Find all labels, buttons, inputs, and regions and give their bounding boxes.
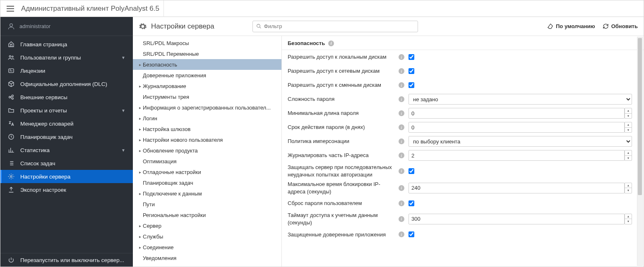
chevron-down-icon: ▼ [121,55,125,60]
sidebar-item-8[interactable]: Статистика▼ [0,143,133,157]
tree-item-7[interactable]: ▸Логин [133,113,281,124]
sidebar-item-4[interactable]: Внешние сервисы [0,91,133,104]
tree-item-12[interactable]: ▸Отладочные настройки [133,167,281,177]
tree-item-6[interactable]: ▸Информация о зарегистрированных пользов… [133,102,281,113]
sidebar-item-1[interactable]: Пользователи и группы▼ [0,51,133,64]
scrollbar-thumb[interactable] [638,38,642,195]
select-6[interactable]: по выбору клиента [409,136,632,147]
spinner-down[interactable]: ▼ [625,114,632,119]
spinner-down[interactable]: ▼ [625,188,632,193]
spinner-input-7[interactable] [409,150,625,161]
sidebar-item-0[interactable]: Главная страница [0,38,133,51]
sidebar-item-label: Настройки сервера [20,174,70,180]
tree-item-19[interactable]: ▸Соединение [133,242,281,253]
spinner-input-9[interactable] [409,183,625,193]
checkbox-12[interactable] [409,231,414,237]
spinner-up[interactable]: ▲ [625,150,632,156]
info-icon[interactable]: i [399,231,404,237]
tree-item-label: Сервер [143,223,161,229]
spinner-up[interactable]: ▲ [625,214,632,219]
form-row-1: Разрешить доступ к сетевым дискамi [282,64,644,78]
spinner-down[interactable]: ▼ [625,128,632,133]
tree-item-8[interactable]: ▸Настройка шлюзов [133,124,281,134]
form-row-4: Минимальная длина пароляi▲▼ [282,106,644,120]
tree-item-13[interactable]: Планировщик задач [133,177,281,188]
tree-item-10[interactable]: ▸Обновление продукта [133,145,281,156]
form-label: Сложность пароля [288,95,394,103]
tree-caret-icon: ▸ [137,245,143,250]
info-icon[interactable]: i [399,124,404,130]
info-icon[interactable]: i [399,82,404,88]
info-icon[interactable]: i [399,110,404,116]
tree-item-18[interactable]: ▸Службы [133,231,281,242]
tree-item-3[interactable]: Доверенные приложения [133,70,281,81]
info-icon[interactable]: i [399,168,404,174]
sidebar-item-2[interactable]: Лицензии [0,64,133,77]
sidebar-item-7[interactable]: Планировщик задач [0,130,133,143]
tree-item-2[interactable]: ▸Безопасность [133,59,281,70]
menu-toggle[interactable] [4,6,17,12]
info-icon[interactable]: i [328,41,334,46]
tree-item-20[interactable]: Уведомления [133,253,281,263]
tree-item-11[interactable]: Оптимизация [133,156,281,167]
spinner-up[interactable]: ▲ [625,108,632,114]
spinner-up[interactable]: ▲ [625,183,632,188]
tree-item-label: Безопасность [143,62,177,68]
checkbox-2[interactable] [409,82,414,88]
info-icon[interactable]: i [399,96,404,102]
spinner-down[interactable]: ▼ [625,219,632,224]
tree-item-15[interactable]: Пути [133,199,281,210]
spinner-input-11[interactable] [409,214,625,224]
info-icon[interactable]: i [399,138,404,144]
info-icon[interactable]: i [399,153,404,158]
sidebar-item-5[interactable]: Проекты и отчеты▼ [0,104,133,117]
tree-item-9[interactable]: ▸Настройки нового пользователя [133,134,281,145]
info-icon[interactable]: i [399,185,404,191]
info-icon[interactable]: i [399,54,404,60]
checkbox-8[interactable] [409,168,414,174]
tree-item-1[interactable]: SRL/PDL Переменные [133,48,281,59]
tree-item-14[interactable]: ▸Подключение к данным [133,188,281,199]
default-button[interactable]: По умолчанию [547,23,595,29]
refresh-button[interactable]: Обновить [603,23,638,29]
sidebar-item-restart[interactable]: Перезапустить или выключить сервер... [0,253,133,267]
checkbox-0[interactable] [409,54,414,60]
sidebar-item-6[interactable]: Менеджер словарей [0,117,133,130]
scrollbar[interactable] [637,37,643,266]
form-control: ▲▼ [409,214,638,224]
form-area: Безопасность i Разрешить доступ к локаль… [282,36,644,267]
spinner-input-5[interactable] [409,122,625,133]
spinner-input-4[interactable] [409,108,625,119]
spinner-buttons: ▲▼ [625,108,632,119]
form-label: Журналировать часть IP-адреса [288,152,394,159]
sidebar-item-label: Менеджер словарей [20,121,74,127]
tree-caret-icon: ▸ [137,116,143,121]
nav: Главная страницаПользователи и группы▼Ли… [0,36,133,253]
sidebar-item-11[interactable]: Экспорт настроек [0,183,133,196]
spinner-down[interactable]: ▼ [625,156,632,161]
info-icon[interactable]: i [399,200,404,206]
filter-box[interactable] [252,21,418,32]
tree-item-16[interactable]: Региональные настройки [133,210,281,220]
sidebar-item-3[interactable]: Официальные дополнения (DLC) [0,77,133,91]
checkbox-10[interactable] [409,200,414,206]
page-title-text: Настройки сервера [151,22,214,31]
sidebar-item-10[interactable]: Настройки сервера [0,170,133,183]
select-3[interactable]: не задано [409,94,632,105]
user-row[interactable]: administrator [0,17,133,36]
filter-input[interactable] [264,23,414,29]
tree-item-label: Настройка шлюзов [143,126,190,132]
form-label: Максимальное время блокировки IP-адреса … [288,181,394,195]
spinner-up[interactable]: ▲ [625,122,632,128]
checkbox-1[interactable] [409,68,414,74]
content-header: Настройки сервера По умолчанию Обновить [133,17,644,36]
info-icon[interactable]: i [399,68,404,74]
tree-item-5[interactable]: Инструменты трея [133,91,281,102]
tree-item-0[interactable]: SRL/PDL Макросы [133,38,281,48]
tree-item-4[interactable]: ▸Журналирование [133,81,281,91]
form-label: Разрешить доступ к сменным дискам [288,81,394,89]
tree-item-17[interactable]: ▸Сервер [133,220,281,231]
form-row-2: Разрешить доступ к сменным дискамi [282,78,644,92]
sidebar-item-9[interactable]: Список задач [0,157,133,170]
info-icon[interactable]: i [399,216,404,222]
